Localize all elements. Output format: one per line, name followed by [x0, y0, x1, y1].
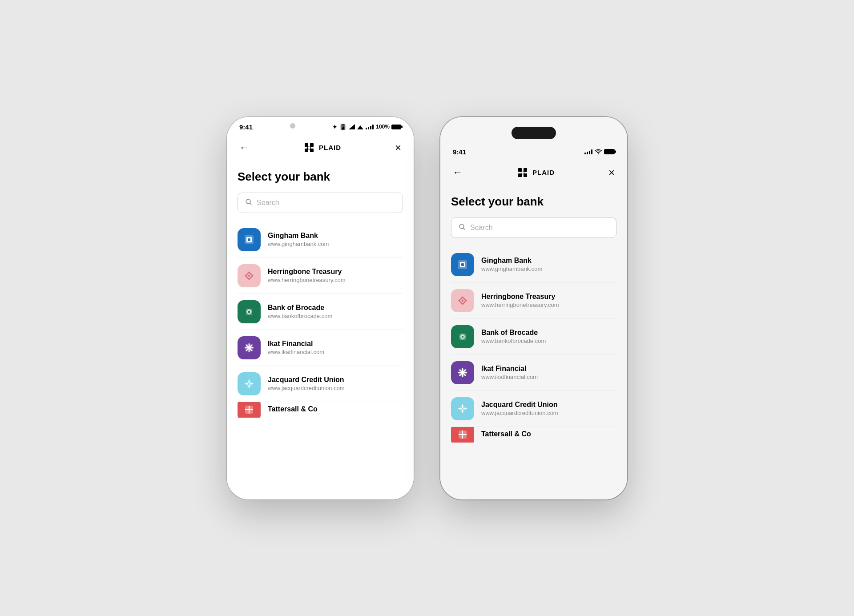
page-title-1: Select your bank: [238, 170, 403, 184]
signal-full-icon: [349, 124, 355, 129]
bank-name-gingham-1: Gingham Bank: [268, 232, 403, 240]
bank-info-brocade-2: Bank of Brocade www.bankofbrocade.com: [481, 329, 616, 344]
signal-bars-icon: [366, 124, 374, 129]
bank-info-ikat-1: Ikat Financial www.ikatfinancial.com: [268, 340, 403, 355]
plaid-logo-2: PLAID: [516, 166, 555, 179]
bank-logo-jacquard-1: [238, 372, 261, 395]
bank-name-herringbone-2: Herringbone Treasury: [481, 293, 616, 301]
status-icons-2: [584, 149, 615, 154]
bank-info-tattersall-2: Tattersall & Co: [481, 430, 616, 439]
bank-item-gingham-1[interactable]: Gingham Bank www.ginghambank.com: [238, 222, 403, 258]
bank-logo-herringbone-2: [451, 289, 474, 312]
bank-info-jacquard-1: Jacquard Credit Union www.jacquardcredit…: [268, 376, 403, 391]
notch-circle: [290, 123, 295, 129]
bank-info-tattersall-1: Tattersall & Co: [268, 405, 403, 414]
svg-marker-0: [349, 124, 355, 129]
bank-info-brocade-1: Bank of Brocade www.bankofbrocade.com: [268, 304, 403, 319]
bank-logo-gingham-2: [451, 253, 474, 276]
search-icon-1: [245, 198, 252, 207]
bank-logo-tattersall-2: [451, 427, 474, 443]
vibrate-icon: 📳: [339, 124, 346, 130]
bank-info-herringbone-1: Herringbone Treasury www.herringbonetrea…: [268, 268, 403, 283]
bank-logo-gingham-1: [238, 228, 261, 251]
bank-logo-brocade-2: [451, 325, 474, 348]
search-placeholder-1: Search: [257, 199, 279, 207]
bank-logo-herringbone-1: [238, 264, 261, 287]
battery-icon-2: [604, 149, 615, 154]
bank-item-ikat-2[interactable]: Ikat Financial www.ikatfinancial.com: [451, 355, 616, 391]
bank-logo-ikat-2: [451, 361, 474, 384]
signal-bars-icon-2: [584, 149, 592, 154]
bank-url-ikat-1: www.ikatfinancial.com: [268, 349, 403, 355]
svg-point-8: [308, 146, 310, 149]
bank-url-jacquard-1: www.jacquardcreditunion.com: [268, 385, 403, 391]
bank-item-gingham-2[interactable]: Gingham Bank www.ginghambank.com: [451, 247, 616, 283]
bank-item-jacquard-2[interactable]: Jacquard Credit Union www.jacquardcredit…: [451, 391, 616, 427]
back-button-1[interactable]: [238, 140, 251, 155]
bank-item-brocade-1[interactable]: Bank of Brocade www.bankofbrocade.com: [238, 294, 403, 330]
plaid-text-2: PLAID: [532, 169, 555, 176]
bank-url-herringbone-2: www.herringbonetreasury.com: [481, 302, 616, 308]
status-bar-2: 9:41: [440, 142, 627, 159]
search-box-2[interactable]: Search: [451, 217, 616, 238]
bank-list-2: Gingham Bank www.ginghambank.com: [451, 247, 616, 492]
page-title-2: Select your bank: [451, 195, 616, 209]
bank-logo-jacquard-2: [451, 397, 474, 420]
bank-name-gingham-2: Gingham Bank: [481, 257, 616, 265]
bank-logo-tattersall-1: [238, 402, 261, 418]
bank-logo-ikat-1: [238, 336, 261, 359]
svg-rect-34: [461, 263, 464, 266]
close-button-1[interactable]: [393, 140, 403, 156]
search-placeholder-2: Search: [470, 224, 493, 232]
bank-item-jacquard-1[interactable]: Jacquard Credit Union www.jacquardcredit…: [238, 366, 403, 402]
bank-item-tattersall-2[interactable]: Tattersall & Co: [451, 427, 616, 443]
bank-url-herringbone-1: www.herringbonetreasury.com: [268, 277, 403, 283]
bank-list-1: Gingham Bank www.ginghambank.com: [238, 222, 403, 492]
bank-item-herringbone-1[interactable]: Herringbone Treasury www.herringbonetrea…: [238, 258, 403, 294]
time-1: 9:41: [239, 123, 253, 131]
bank-url-ikat-2: www.ikatfinancial.com: [481, 374, 616, 380]
bank-info-herringbone-2: Herringbone Treasury www.herringbonetrea…: [481, 293, 616, 308]
bank-name-jacquard-1: Jacquard Credit Union: [268, 376, 403, 384]
wifi-icon-2: [595, 149, 602, 154]
search-box-1[interactable]: Search: [238, 193, 403, 213]
bank-logo-brocade-1: [238, 300, 261, 323]
bank-name-tattersall-2: Tattersall & Co: [481, 430, 616, 438]
wifi-icon: [357, 124, 363, 129]
nav-bar-2: PLAID: [440, 159, 627, 186]
time-2: 9:41: [453, 148, 466, 156]
plaid-text-1: PLAID: [319, 144, 341, 151]
svg-point-39: [461, 371, 464, 374]
close-button-2[interactable]: [607, 165, 616, 181]
bank-item-ikat-1[interactable]: Ikat Financial www.ikatfinancial.com: [238, 330, 403, 366]
plaid-icon-1: [303, 141, 315, 154]
bank-info-gingham-1: Gingham Bank www.ginghambank.com: [268, 232, 403, 247]
battery-icon: 100%: [376, 124, 401, 130]
content-1: Select your bank Search: [227, 161, 414, 499]
phone1: 9:41 ✦ 📳: [227, 117, 414, 499]
phone1-frame: 9:41 ✦ 📳: [227, 117, 414, 499]
nav-bar-1: PLAID: [227, 134, 414, 161]
svg-rect-37: [462, 336, 463, 338]
bank-name-brocade-1: Bank of Brocade: [268, 304, 403, 312]
bank-name-jacquard-2: Jacquard Credit Union: [481, 401, 616, 409]
plaid-icon-2: [516, 166, 529, 179]
bank-info-ikat-2: Ikat Financial www.ikatfinancial.com: [481, 365, 616, 380]
bank-url-brocade-1: www.bankofbrocade.com: [268, 313, 403, 319]
battery-percent: 100%: [376, 124, 390, 130]
bank-item-brocade-2[interactable]: Bank of Brocade www.bankofbrocade.com: [451, 319, 616, 355]
back-button-2[interactable]: [451, 165, 464, 180]
bank-name-ikat-1: Ikat Financial: [268, 340, 403, 348]
notch-1: [290, 123, 295, 130]
bank-item-herringbone-2[interactable]: Herringbone Treasury www.herringbonetrea…: [451, 283, 616, 319]
svg-line-31: [463, 228, 465, 229]
svg-marker-1: [357, 125, 363, 129]
top-area-2: [440, 117, 627, 142]
search-icon-2: [459, 223, 466, 232]
bank-item-tattersall-1[interactable]: Tattersall & Co: [238, 402, 403, 418]
bank-name-herringbone-1: Herringbone Treasury: [268, 268, 403, 276]
bank-url-jacquard-2: www.jacquardcreditunion.com: [481, 410, 616, 416]
bank-info-gingham-2: Gingham Bank www.ginghambank.com: [481, 257, 616, 272]
plaid-logo-1: PLAID: [303, 141, 341, 154]
bank-name-brocade-2: Bank of Brocade: [481, 329, 616, 337]
